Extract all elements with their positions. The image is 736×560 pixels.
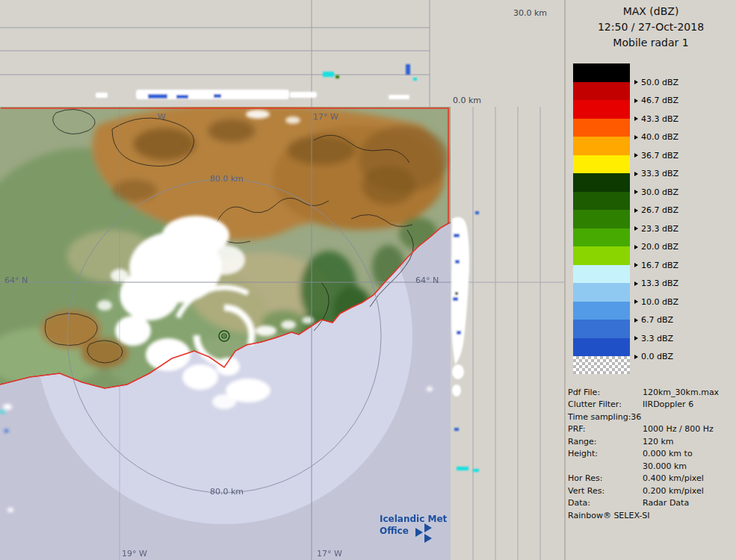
info-row-value: 0.000 km to [643,448,736,461]
longitude-label-bottom-right: 17° W [317,549,342,559]
title-block: MAX (dBZ) 12:50 / 27-Oct-2018 Mobile rad… [566,0,736,51]
legend-entry [573,356,736,375]
legend-entry: 10.0 dBZ [573,283,736,302]
info-row: Pdf File:120km_30km.max [568,387,736,399]
legend-entry: 46.7 dBZ [573,82,736,101]
legend-color-swatch [573,82,630,101]
radar-map-panel: 80.0 km 80.0 km 64° N 64° N W 17° W 19° … [0,107,451,560]
info-row-value: Radar Data [643,497,736,510]
latitude-label-right: 64° N [415,276,439,285]
info-row: PRF:1000 Hz / 800 Hz [568,423,736,436]
legend-color-swatch [573,210,630,228]
legend-color-swatch [573,228,630,247]
legend-entry: 40.0 dBZ [573,119,736,137]
info-row-label: Clutter Filter: [568,399,643,411]
legend-entry: 6.7 dBZ [573,302,736,320]
info-row-value: 0.400 km/pixel [643,473,736,485]
longitude-label-top-right: 17° W [313,112,338,122]
legend-color-swatch [573,320,630,338]
legend-color-swatch [573,265,630,284]
legend-entry: 33.3 dBZ [573,155,736,174]
legend-color-swatch [573,283,630,302]
software-brand-label: Rainbow® SELEX-SI [568,510,736,523]
info-row: Data:Radar Data [568,497,736,510]
info-row-value [643,411,736,424]
legend-color-swatch [573,192,630,211]
info-row-value: IIRDoppler 6 [643,399,736,411]
legend-color-swatch [573,246,630,265]
legend-entry: 50.0 dBZ [573,63,736,82]
info-row-label: Vert Res: [568,485,643,498]
legend-entry: 20.0 dBZ [573,228,736,247]
met-office-logo-line2: Office [380,526,409,536]
longitude-label-bottom-left: 19° W [122,549,147,559]
radar-app-window: { "palette": { "panel_bg": "#d6d3cc", "o… [0,0,736,560]
met-office-logo-line1: Icelandic Met [380,514,448,524]
legend-color-swatch [573,137,630,155]
info-row-value: 30.000 km [643,461,736,473]
info-row: Vert Res:0.200 km/pixel [568,485,736,498]
info-row-value: 120km_30km.max [643,387,736,399]
range-ring-label-top: 80.0 km [210,174,244,184]
legend-color-swatch [573,338,630,357]
info-row-label [568,461,643,473]
info-row: Clutter Filter:IIRDoppler 6 [568,399,736,411]
info-row-label: Height: [568,448,643,461]
legend-entry: 43.3 dBZ [573,100,736,119]
info-row: Hor Res:0.400 km/pixel [568,473,736,485]
legend-rows: 50.0 dBZ46.7 dBZ43.3 dBZ40.0 dBZ36.7 dBZ… [573,63,736,356]
legend-color-swatch [573,155,630,174]
info-row-label: Hor Res: [568,473,643,485]
legend-entry: 0.0 dBZ [573,338,736,357]
legend-color-swatch [573,100,630,119]
side-panel-echoes [451,211,479,472]
reflectivity-legend: 50.0 dBZ46.7 dBZ43.3 dBZ40.0 dBZ36.7 dBZ… [566,63,736,375]
legend-color-swatch [573,63,630,82]
legend-entry: 13.3 dBZ [573,265,736,284]
top-panel-echoes [96,64,417,99]
info-row: Range:120 km [568,436,736,449]
legend-entry: 36.7 dBZ [573,137,736,155]
info-row-label: Data: [568,497,643,510]
side-cross-section-panel [451,107,564,560]
info-row-label: PRF: [568,423,643,436]
datetime-label: 12:50 / 27-Oct-2018 [566,19,736,35]
range-ring-label-bottom: 80.0 km [210,487,244,497]
info-row: 30.000 km [568,461,736,473]
info-row: Time sampling:36 [568,411,736,424]
info-row-label: Range: [568,436,643,449]
side-panel-gridlines [451,107,564,560]
legend-entry: 3.3 dBZ [573,320,736,338]
product-title: MAX (dBZ) [566,4,736,19]
legend-transparent-swatch [573,356,630,374]
info-panel: MAX (dBZ) 12:50 / 27-Oct-2018 Mobile rad… [564,0,736,560]
top-panel-axis-min-label: 0.0 km [453,96,481,105]
info-row-label: Pdf File: [568,387,643,399]
legend-color-swatch [573,119,630,137]
info-row-value: 1000 Hz / 800 Hz [643,423,736,436]
top-panel-axis-max-label: 30.0 km [513,8,547,18]
legend-entry: 23.3 dBZ [573,210,736,228]
radar-name-label: Mobile radar 1 [566,35,736,51]
legend-entry: 16.7 dBZ [573,246,736,265]
legend-entry: 30.0 dBZ [573,173,736,192]
longitude-label-top-left: W [158,112,166,122]
info-row-value: 120 km [643,436,736,449]
top-cross-section-panel: 30.0 km 0.0 km [0,0,564,107]
scan-info-block: Pdf File:120km_30km.maxClutter Filter:II… [566,387,736,523]
info-row-value: 0.200 km/pixel [643,485,736,498]
info-row: Height:0.000 km to [568,448,736,461]
latitude-label-left: 64° N [4,276,28,285]
legend-entry: 26.7 dBZ [573,192,736,211]
info-rows: Pdf File:120km_30km.maxClutter Filter:II… [568,387,736,510]
legend-color-swatch [573,173,630,192]
legend-color-swatch [573,302,630,320]
info-row-label: Time sampling:36 [568,411,643,424]
